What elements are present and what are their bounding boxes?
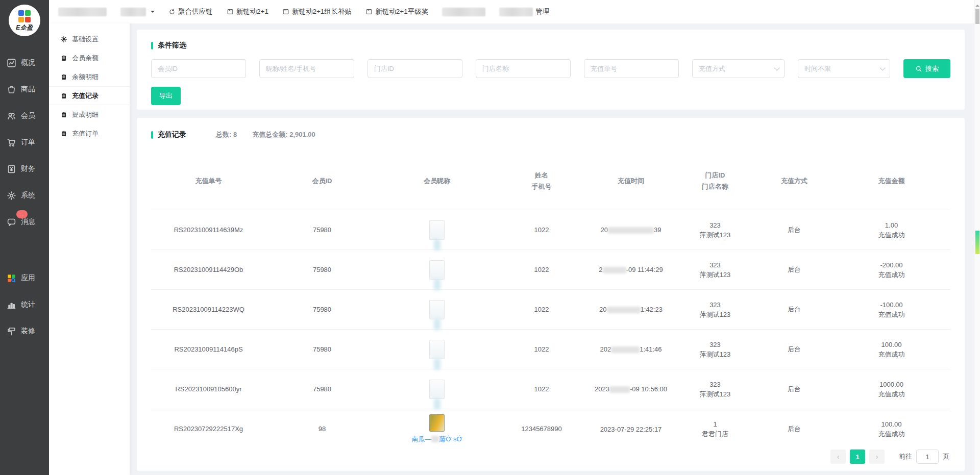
cell-method: 后台 <box>756 210 832 250</box>
export-button[interactable]: 导出 <box>151 87 181 105</box>
column-header: 充值方式 <box>756 164 832 210</box>
app-logo[interactable]: E企盈 <box>9 5 40 36</box>
member-avatar[interactable] <box>429 340 445 359</box>
cell-member-id: 75980 <box>266 369 378 409</box>
sidebar: E企盈 概况商品会员订单财务系统消息...应用统计装修 <box>0 0 49 475</box>
cell-store: 323萍测试123 <box>674 290 756 330</box>
current-page-button[interactable]: 1 <box>850 449 865 464</box>
submenu-item-label: 余额明细 <box>72 72 99 82</box>
submenu-item-提成明细[interactable]: 提成明细 <box>49 105 130 124</box>
sidebar-item-decorate[interactable]: 装修 <box>0 318 49 344</box>
filter-input-充值单号[interactable] <box>584 59 679 78</box>
sidebar-item-messages[interactable]: 消息... <box>0 209 49 235</box>
submenu-item-会员余额[interactable]: 会员余额 <box>49 48 130 67</box>
prev-page-button[interactable]: ‹ <box>830 449 846 464</box>
table-body: RS20231009114639Mz7598010222039323萍测试123… <box>151 210 950 449</box>
redacted-nav-item[interactable] <box>58 8 107 16</box>
table-row: RS20231009114429Ob7598010222-09 11:44:29… <box>151 250 950 290</box>
logo-text: E企盈 <box>16 23 33 32</box>
nav-tab-label: 管理 <box>535 7 549 16</box>
submenu-item-基础设置[interactable]: 基础设置 <box>49 30 130 48</box>
member-nickname-link[interactable]: 南瓜—藤Ớ ѕỚ <box>380 434 494 444</box>
goto-page-input[interactable] <box>916 449 939 464</box>
cell-nickname: 南瓜—藤Ớ ѕỚ <box>378 409 496 449</box>
scrollbar-thumb[interactable] <box>975 9 979 24</box>
filter-select-充值方式[interactable]: 充值方式 <box>692 59 785 78</box>
sidebar-item-apps[interactable]: 应用 <box>0 265 49 291</box>
doc-tab-icon <box>365 8 373 15</box>
next-page-button[interactable]: › <box>869 449 885 464</box>
sidebar-item-overview[interactable]: 概况 <box>0 49 49 76</box>
submenu-item-充值记录[interactable]: 充值记录 <box>49 86 130 105</box>
member-avatar[interactable] <box>429 220 445 240</box>
sidebar-item-label: 会员 <box>21 111 35 120</box>
filter-input-昵称/姓名/手机号[interactable] <box>259 59 354 78</box>
submenu-item-余额明细[interactable]: 余额明细 <box>49 67 130 86</box>
redacted-nav-item[interactable] <box>442 8 485 16</box>
nav-tab[interactable]: 新链动2+1 <box>227 7 268 16</box>
search-button[interactable]: 搜索 <box>903 59 950 78</box>
filter-input-会员ID[interactable] <box>151 59 246 78</box>
nav-tab[interactable]: 新链动2+1组长补贴 <box>282 7 352 16</box>
sidebar-item-goods[interactable]: 商品 <box>0 76 49 103</box>
sidebar-item-finance[interactable]: 财务 <box>0 156 49 182</box>
cell-nickname <box>378 250 496 290</box>
sidebar-item-label: 概况 <box>21 58 35 67</box>
sidebar-item-label: 财务 <box>21 164 35 173</box>
submenu-item-label: 充值订单 <box>72 129 99 138</box>
sidebar-item-system[interactable]: 系统 <box>0 182 49 209</box>
member-avatar[interactable] <box>429 380 445 399</box>
cart-icon <box>7 138 16 147</box>
redacted-text <box>603 267 626 273</box>
column-header: 门店ID门店名称 <box>674 164 756 210</box>
grid-icon <box>7 273 16 283</box>
sidebar-item-stats[interactable]: 统计 <box>0 291 49 318</box>
doc-sub-icon <box>60 55 67 62</box>
cell-phone: 1022 <box>496 210 587 250</box>
member-avatar[interactable] <box>429 260 445 280</box>
doc-tab-icon <box>282 8 289 15</box>
doc-sub-icon <box>60 111 67 118</box>
cell-time: 2023-07-29 22:25:17 <box>587 409 674 449</box>
cell-nickname <box>378 290 496 330</box>
users-icon <box>7 111 16 121</box>
member-avatar[interactable] <box>429 414 445 432</box>
filter-row: 充值方式时间不限搜索 <box>151 59 950 78</box>
cell-nickname <box>378 210 496 250</box>
filter-select-时间不限[interactable]: 时间不限 <box>798 59 890 78</box>
submenu-item-label: 充值记录 <box>72 91 99 101</box>
cell-order-no: RS20231009114429Ob <box>151 250 266 290</box>
cell-amount: 100.00充值成功 <box>832 330 950 369</box>
nav-tab-label: 新链动2+1 <box>236 7 268 16</box>
redacted-nav-item[interactable] <box>120 8 146 16</box>
filter-input-门店ID[interactable] <box>368 59 462 78</box>
cell-store: 323萍测试123 <box>674 210 756 250</box>
scrollbar-up-arrow[interactable] <box>975 3 979 7</box>
sidebar-item-orders[interactable]: 订单 <box>0 129 49 156</box>
chart-line-icon <box>7 58 16 68</box>
page: E企盈 概况商品会员订单财务系统消息...应用统计装修 聚合供应链新链动2+1新… <box>0 0 980 475</box>
nav-tab[interactable]: 管理 <box>499 7 549 16</box>
cell-time: 201:42:23 <box>587 290 674 330</box>
cell-phone: 12345678990 <box>496 409 587 449</box>
filter-input-门店名称[interactable] <box>476 59 571 78</box>
finance-icon <box>7 164 16 174</box>
cell-time: 2039 <box>587 210 674 250</box>
member-avatar[interactable] <box>429 300 445 319</box>
title-accent-bar <box>151 42 153 49</box>
cell-member-id: 75980 <box>266 250 378 290</box>
table-summary: 总数: 8 充值总金额: 2,901.00 <box>216 130 315 139</box>
cell-store: 323萍测试123 <box>674 330 756 369</box>
table-row: RS20231009105600yr7598010222023-09 10:56… <box>151 369 950 409</box>
nav-tab-label: 新链动2+1平级奖 <box>375 7 428 16</box>
cell-member-id: 75980 <box>266 290 378 330</box>
nav-tab[interactable]: 聚合供应链 <box>168 7 213 16</box>
nav-tab[interactable]: 新链动2+1平级奖 <box>365 7 428 16</box>
sidebar-item-members[interactable]: 会员 <box>0 103 49 129</box>
select-value: 时间不限 <box>804 64 831 73</box>
bag-icon <box>7 85 16 94</box>
submenu-item-label: 提成明细 <box>72 110 99 119</box>
scrollbar[interactable] <box>974 0 980 475</box>
submenu-item-充值订单[interactable]: 充值订单 <box>49 124 130 143</box>
doc-tab-icon <box>227 8 234 15</box>
